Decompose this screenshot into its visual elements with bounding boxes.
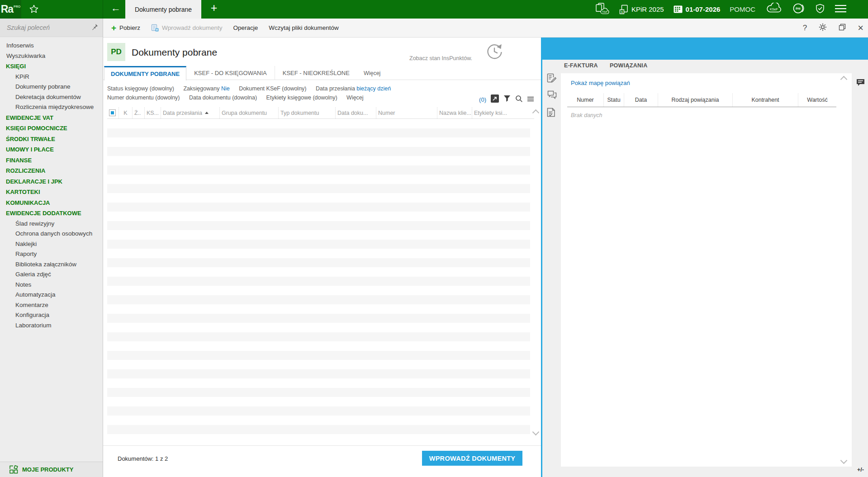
main-menu-hamburger-icon[interactable] [835,5,846,14]
sidebar-item-komentarze[interactable]: Komentarze [0,300,103,311]
column-nazwa-klienta[interactable]: Nazwa klie... [437,107,472,118]
column-data-przeslania[interactable]: Data przesłania [161,107,219,118]
sidebar-item-laboratorium[interactable]: Laboratorium [0,321,103,331]
grid-menu-icon[interactable] [527,95,534,104]
security-shield-icon[interactable] [815,3,825,16]
settings-gear-icon[interactable] [819,23,827,33]
zoom-plus-minus-control[interactable]: +/- [857,467,864,473]
filter-zaksiegowany[interactable]: Zaksięgowany Nie [183,85,229,92]
column-grupa-dokumentu[interactable]: Grupa dokumentu [219,107,278,118]
period-selector[interactable]: 1 KPiR 2025 [619,5,664,14]
sidebar-section-ksiegi-pomocnicze[interactable]: KSIĘGI POMOCNICZE [0,123,103,134]
help-menu[interactable]: POMOC [730,5,755,13]
notes-chat-icon[interactable] [856,79,865,88]
documents-grid-empty-rows[interactable] [107,119,530,441]
rel-column-numer[interactable]: Numer [567,93,603,107]
panel-scroll-down-icon[interactable] [841,458,846,463]
tab-ksef-do-ksiegowania[interactable]: KSEF - DO KSIĘGOWANIA [186,66,275,80]
sidebar-section-finanse[interactable]: FINANSE [0,155,103,166]
column-ks[interactable]: KS... [144,107,161,118]
column-k[interactable]: K [119,107,132,118]
filter-etykiety-ksiegowe[interactable]: Etykiety księgowe (dowolny) [266,94,337,101]
sidebar-section-rozliczenia[interactable]: ROZLICZENIA [0,165,103,176]
pin-icon[interactable] [91,24,98,32]
sidebar-section-umowy-i-place[interactable]: UMOWY I PŁACE [0,144,103,155]
ins-badge-icon[interactable]: Ins [792,3,805,16]
column-etykiety-ksiegowe[interactable]: Etykiety ksi... [472,107,534,118]
operations-menu[interactable]: Operacje [230,24,261,31]
back-arrow-icon[interactable]: ← [108,2,124,14]
sidebar-section-srodki-trwale[interactable]: ŚRODKI TRWAŁE [0,134,103,145]
rel-column-rodzaj-powiazania[interactable]: Rodzaj powiązania [658,93,732,107]
open-external-icon[interactable] [491,94,499,104]
edit-document-icon[interactable] [547,73,556,85]
document-check-icon[interactable] [547,108,555,119]
sidebar-section-ewidencje-dodatkowe[interactable]: EWIDENCJE DODATKOWE [0,208,103,219]
tab-more[interactable]: Więcej [357,66,387,80]
panel-tab-efaktura[interactable]: E-FAKTURA [564,62,598,69]
grid-scroll-down-icon[interactable] [533,430,538,434]
column-numer[interactable]: Numer [376,107,437,118]
rel-column-status[interactable]: Statu [603,93,624,107]
sidebar-section-deklaracje-i-jpk[interactable]: DEKLARACJE I JPK [0,176,103,187]
column-z[interactable]: Ż.. [132,107,144,118]
enter-documents-cta-button[interactable]: WPROWADŹ DOKUMENTY [422,451,522,466]
filter-status-ksiegowy[interactable]: Status księgowy (dowolny) [107,85,174,92]
sidebar-section-kartoteki[interactable]: KARTOTEKI [0,187,103,198]
my-products-button[interactable]: MOJE PRODUKTY [0,462,103,477]
panel-scroll-up-icon[interactable] [841,77,846,82]
refresh-inspoints-icon[interactable] [485,43,503,62]
download-button[interactable]: + Pobierz [109,24,143,32]
close-icon[interactable]: × [858,23,863,33]
filter-funnel-icon[interactable] [503,95,511,104]
sidebar-item-wyszukiwarka[interactable]: Wyszukiwarka [0,51,103,61]
load-files-button[interactable]: Wczytaj pliki dokumentów [266,24,342,31]
filter-data-przeslania[interactable]: Data przesłania bieżący dzień [316,85,391,92]
show-relations-map-link[interactable]: Pokaż mapę powiązań [571,80,630,86]
tab-dokumenty-pobrane[interactable]: DOKUMENTY POBRANE [104,66,186,80]
inspoints-status-text[interactable]: Zobacz stan InsPunktów. [409,55,472,61]
ksef-cloud-icon[interactable]: KSeF [765,3,783,16]
select-all-checkbox[interactable] [109,109,116,116]
rel-column-data[interactable]: Data [624,93,658,107]
sidebar-item-infoserwis[interactable]: Infoserwis [0,41,103,51]
sidebar-item-dekretacja-dokumentow[interactable]: Dekretacja dokumentów [0,92,103,103]
new-tab-plus-icon[interactable]: + [207,1,221,14]
tab-ksef-nieokreslone[interactable]: KSEF - NIEOKREŚLONE [275,66,357,80]
column-typ-dokumentu[interactable]: Typ dokumentu [278,107,335,118]
sidebar-item-ochrona-danych[interactable]: Ochrona danych osobowych [0,229,103,239]
help-icon[interactable]: ? [803,24,807,33]
grid-scroll-up-icon[interactable] [533,110,538,115]
sidebar-section-ewidencje-vat[interactable]: EWIDENCJE VAT [0,113,103,123]
window-tab-dokumenty-pobrane[interactable]: Dokumenty pobrane [125,0,201,19]
restore-window-icon[interactable] [839,24,846,33]
filter-numer-dokumentu[interactable]: Numer dokumentu (dowolny) [107,94,180,101]
favorites-star-icon[interactable] [29,4,39,16]
sidebar-item-konfiguracja[interactable]: Konfiguracja [0,310,103,321]
sidebar-section-komunikacja[interactable]: KOMUNIKACJA [0,198,103,208]
sidebar-item-automatyzacja[interactable]: Automatyzacja [0,290,103,300]
sidebar-item-galeria-zdjec[interactable]: Galeria zdjęć [0,269,103,280]
rel-column-wartosc[interactable]: Wartość [798,93,836,107]
search-icon[interactable] [515,95,523,104]
sidebar-item-naklejki[interactable]: Naklejki [0,239,103,250]
sidebar-item-raporty[interactable]: Raporty [0,249,103,260]
sidebar-item-rozliczenia-miedzyokresowe[interactable]: Rozliczenia międzyokresowe [0,102,103,113]
filter-data-dokumentu[interactable]: Data dokumentu (dowolna) [189,94,257,101]
date-selector[interactable]: 01-07-2026 [674,5,721,13]
panel-tab-powiazania[interactable]: POWIĄZANIA [610,62,648,69]
enter-documents-button[interactable]: Wprowadź dokumenty [148,24,225,32]
search-input[interactable] [6,24,91,32]
ksef-documents-icon[interactable]: KSeF [594,3,610,16]
sidebar-item-biblioteka-zalacznikow[interactable]: Biblioteka załączników [0,260,103,270]
filter-dokument-ksef[interactable]: Dokument KSeF (dowolny) [239,85,306,92]
rel-column-kontrahent[interactable]: Kontrahent [732,93,798,107]
sidebar-item-notes[interactable]: Notes [0,280,103,290]
comments-icon[interactable] [547,90,557,101]
sidebar-item-slad-rewizyjny[interactable]: Ślad rewizyjny [0,219,103,229]
sidebar-item-kpir[interactable]: KPiR [0,72,103,82]
column-data-dokumentu[interactable]: Data doku... [335,107,376,118]
sidebar-item-dokumenty-pobrane[interactable]: Dokumenty pobrane [0,82,103,92]
filter-more[interactable]: Więcej [346,94,364,101]
panel-divider[interactable] [541,37,542,477]
